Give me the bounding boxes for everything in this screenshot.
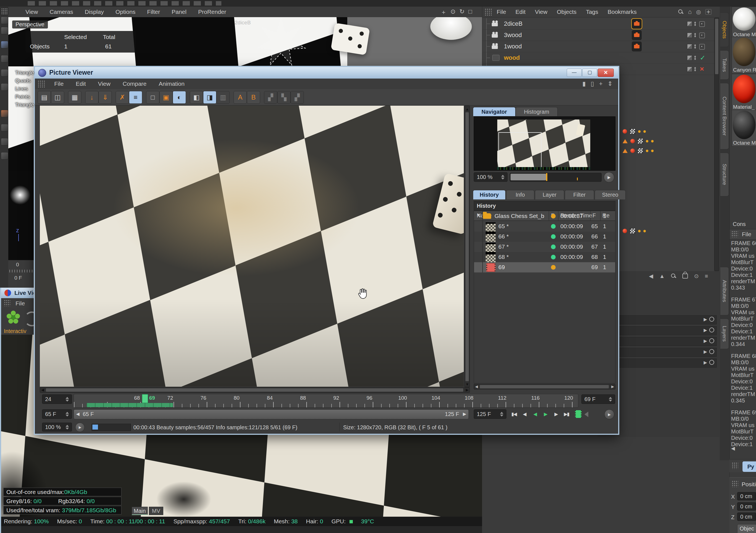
maximize-button[interactable]: ▢ (582, 68, 597, 77)
navigator-zoom-slider[interactable] (510, 173, 602, 182)
download-user-icon[interactable]: ⇓ (98, 91, 112, 104)
left-tool-icon-8[interactable] (1, 138, 8, 146)
history-row-69[interactable]: 69691 (474, 262, 615, 273)
view-single-icon[interactable]: □ (146, 91, 159, 104)
scrollbar-left-arrow-icon[interactable]: ◀ (76, 411, 79, 416)
tab-filter[interactable]: Filter (565, 190, 594, 200)
layer-color-icon[interactable] (687, 55, 692, 61)
layer-color-icon[interactable] (687, 21, 692, 27)
target-icon[interactable]: ⊙ (694, 273, 699, 280)
history-row-67[interactable]: 67 *00:00:09671 (474, 242, 615, 252)
om-menu-item-edit[interactable]: Edit (516, 9, 526, 15)
menu-item-filter[interactable]: Filter (147, 9, 160, 15)
octane-logo-icon[interactable] (6, 310, 20, 325)
tab-python[interactable]: Py (742, 461, 756, 472)
navigator-play-button[interactable]: ▶ (604, 172, 614, 183)
layer-color-icon[interactable] (687, 44, 692, 49)
object-row-wood[interactable]: wood✓ (482, 52, 714, 64)
back-icon[interactable]: ◀ (649, 273, 653, 280)
tab-stereo[interactable]: Stereo (595, 190, 626, 200)
minimize-button[interactable]: — (567, 68, 582, 77)
range-end-field[interactable]: 125 F (474, 409, 506, 419)
tab-layer[interactable]: Layer (535, 190, 564, 200)
phong-tag-icon[interactable] (638, 230, 641, 232)
left-grid-icon[interactable] (1, 8, 8, 15)
undock-icon[interactable]: ⇕ (608, 80, 613, 87)
expand-icon[interactable]: ▶ (704, 360, 707, 365)
history-row-65[interactable]: 65 *00:00:09651 (474, 221, 615, 231)
texture-tag-icon[interactable] (637, 138, 643, 144)
object-row-fragment-2[interactable] (623, 147, 654, 154)
object-row-fragment-3[interactable] (623, 227, 646, 234)
play-backward-button[interactable]: ◀ (530, 410, 540, 418)
object-row-2diceB[interactable]: 2diceB (482, 18, 714, 30)
tab-main[interactable]: Main (132, 507, 148, 515)
console-menu-file[interactable]: File (742, 231, 751, 238)
history-list-icon[interactable]: ≡ (129, 91, 142, 104)
left-tool-icon-0[interactable] (1, 16, 8, 24)
panel-grip-icon[interactable] (732, 462, 738, 469)
tab-info[interactable]: Info (506, 190, 534, 200)
camera-tag-icon[interactable] (632, 19, 642, 29)
compare-vertical-icon[interactable]: ◧ (190, 91, 203, 104)
range-start-field[interactable]: 65 F (42, 409, 72, 419)
left-tool-icon-5[interactable] (1, 83, 8, 91)
left-tool-icon-9[interactable] (1, 152, 8, 160)
pv-menu-item-view[interactable]: View (98, 80, 110, 87)
phong-tag-icon[interactable] (646, 140, 648, 143)
picture-viewer-image-view[interactable] (40, 106, 464, 387)
expand-icon[interactable]: ▶ (704, 349, 707, 354)
render-video-icon[interactable]: ▦ (68, 91, 81, 104)
layout-single-icon[interactable]: ▮ (582, 80, 585, 87)
triangle-tag-icon[interactable] (623, 139, 628, 143)
material-ball-icon[interactable] (630, 148, 635, 153)
menu-item-options[interactable]: Options (115, 9, 135, 15)
material-tile-0[interactable]: Octane M (732, 7, 756, 38)
step-forward-button[interactable]: ▶ (551, 410, 561, 418)
object-row-1wood[interactable]: 1wood (482, 41, 714, 52)
caret-down-icon[interactable]: ▼ (476, 213, 481, 218)
visibility-dots-icon[interactable] (694, 67, 696, 71)
menu-item-view[interactable]: View (25, 9, 38, 15)
object-row-fragment-1[interactable] (623, 138, 654, 145)
timeline-options-button[interactable]: ▶ (604, 409, 614, 419)
object-row-fragment-0[interactable] (623, 128, 646, 135)
close-button[interactable]: × (598, 68, 614, 77)
viewport-view-label[interactable]: Perspective (12, 20, 48, 29)
view-alpha-icon[interactable]: ◐ (173, 91, 186, 104)
pv-menu-item-compare[interactable]: Compare (122, 80, 147, 87)
side-tab-content-browser[interactable]: Content Browser (720, 83, 729, 149)
tab-history[interactable]: History (473, 190, 505, 200)
pan-icon[interactable]: ＋ (441, 8, 446, 16)
scrollbar-right-arrow-icon[interactable]: ▶ (463, 411, 466, 416)
phong-tag-icon[interactable] (638, 130, 641, 133)
up-icon[interactable]: ▲ (659, 273, 665, 280)
object-row-3wood[interactable]: 3wood (482, 30, 714, 41)
layer-color-icon[interactable] (687, 67, 692, 72)
left-tool-icon-1[interactable] (1, 27, 8, 34)
left-tool-icon-2[interactable] (1, 41, 8, 48)
go-to-end-button[interactable]: ▶▮ (562, 410, 571, 418)
history-row-66[interactable]: 66 *00:00:09661 (474, 231, 615, 242)
save-icon[interactable]: ◫ (51, 91, 64, 104)
history-hscrollbar[interactable]: ◀ ▶ (474, 384, 615, 389)
phong-tag-icon[interactable] (643, 230, 646, 232)
panel-grip-icon[interactable] (485, 8, 492, 15)
enabled-check-icon[interactable]: ✓ (700, 54, 705, 62)
view-single-active-icon[interactable]: ▣ (159, 91, 173, 104)
om-menu-item-bookmarks[interactable]: Bookmarks (608, 9, 637, 15)
render-target-icon[interactable] (699, 44, 705, 49)
visibility-dots-icon[interactable] (694, 33, 696, 37)
eye-icon[interactable]: ◎ (696, 9, 701, 15)
left-tool-icon-6[interactable] (1, 110, 8, 117)
history-row-68[interactable]: 68 *00:00:09681 (474, 252, 615, 262)
side-tab-structure[interactable]: Structure (720, 153, 729, 197)
position-y-field[interactable]: 0 cm (737, 502, 756, 511)
camera-tag-icon[interactable] (632, 41, 642, 51)
om-menu-item-view[interactable]: View (535, 9, 547, 15)
record-icon[interactable] (709, 328, 714, 333)
menu-item-prorender[interactable]: ProRender (198, 9, 226, 15)
link-ab-icon[interactable]: ▚ (277, 91, 290, 104)
object-name[interactable]: 1wood (504, 43, 522, 50)
visibility-dots-icon[interactable] (694, 44, 696, 49)
